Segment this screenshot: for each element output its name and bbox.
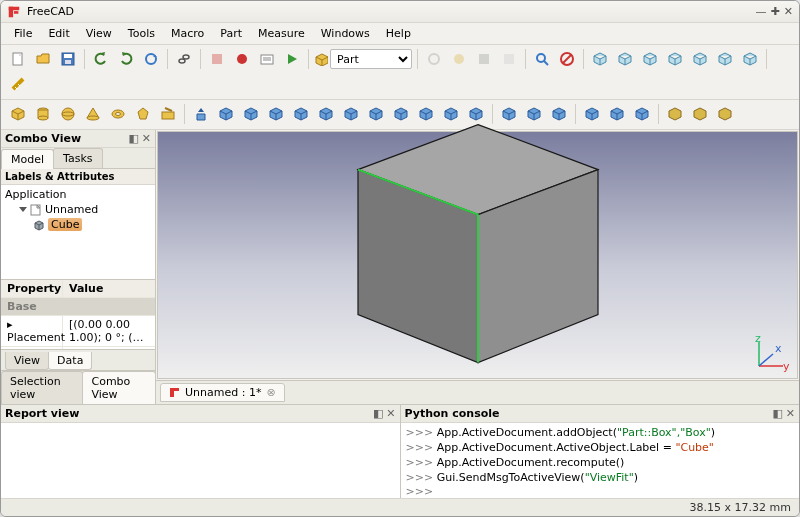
menu-tools[interactable]: Tools — [121, 25, 162, 42]
zoom-fit-button[interactable] — [531, 48, 553, 70]
tree-root[interactable]: Application — [3, 187, 153, 202]
expand-icon[interactable] — [19, 207, 27, 212]
close-button[interactable]: ✕ — [784, 5, 793, 18]
nav3-button[interactable] — [498, 48, 520, 70]
top-view-button[interactable] — [639, 48, 661, 70]
cube-icon — [33, 219, 45, 231]
prop-row[interactable]: ▸ Placement[(0.00 0.00 1.00); 0 °; (… — [1, 316, 155, 347]
document-icon — [30, 204, 42, 216]
block-button[interactable] — [556, 48, 578, 70]
open-button[interactable] — [32, 48, 54, 70]
svg-point-15 — [429, 54, 439, 64]
refresh-button[interactable] — [140, 48, 162, 70]
tree-document[interactable]: Unnamed — [17, 202, 153, 217]
panel-close-button[interactable]: ✕ — [786, 407, 795, 420]
builder-button[interactable] — [157, 103, 179, 125]
svg-point-28 — [62, 108, 74, 120]
extrude-button[interactable] — [190, 103, 212, 125]
report-view-body[interactable] — [1, 423, 400, 498]
attach-button[interactable] — [714, 103, 736, 125]
measure-button[interactable] — [7, 73, 29, 95]
menu-macro[interactable]: Macro — [164, 25, 211, 42]
maximize-button[interactable]: ✚ — [771, 5, 780, 18]
app-window: FreeCAD — ✚ ✕ FileEditViewToolsMacroPart… — [0, 0, 800, 517]
svg-point-11 — [237, 54, 247, 64]
menu-windows[interactable]: Windows — [314, 25, 377, 42]
sphere-button[interactable] — [57, 103, 79, 125]
nav1-button[interactable] — [448, 48, 470, 70]
panel-float-button[interactable]: ◧ — [373, 407, 383, 420]
sidebar: Combo View ◧✕ ModelTasks Labels & Attrib… — [1, 130, 156, 404]
tab-view[interactable]: View — [5, 352, 49, 370]
svg-line-22 — [563, 55, 571, 63]
tab-close-button[interactable]: ⊗ — [266, 386, 275, 399]
play-macro-button[interactable] — [281, 48, 303, 70]
menu-part[interactable]: Part — [213, 25, 249, 42]
tab-model[interactable]: Model — [1, 149, 54, 169]
menu-measure[interactable]: Measure — [251, 25, 312, 42]
fillet-button[interactable] — [265, 103, 287, 125]
prop-header-value: Value — [63, 280, 155, 297]
svg-point-16 — [454, 54, 464, 64]
model-tree[interactable]: Application Unnamed Cube — [1, 185, 155, 280]
iso-view-button[interactable] — [589, 48, 611, 70]
menu-edit[interactable]: Edit — [41, 25, 76, 42]
panel-close-button[interactable]: ✕ — [142, 132, 151, 145]
axis-indicator-icon[interactable]: z y x — [753, 334, 791, 372]
prop-header-property: Property — [1, 280, 63, 297]
prism-button[interactable] — [132, 103, 154, 125]
tree-object-cube[interactable]: Cube — [31, 217, 153, 232]
new-button[interactable] — [7, 48, 29, 70]
svg-text:y: y — [783, 360, 790, 372]
svg-text:z: z — [755, 334, 761, 345]
back-view-button[interactable] — [689, 48, 711, 70]
cone-button[interactable] — [82, 103, 104, 125]
tab-combo-view[interactable]: Combo View — [82, 371, 156, 404]
left-view-button[interactable] — [739, 48, 761, 70]
tab-tasks[interactable]: Tasks — [53, 148, 102, 168]
titlebar: FreeCAD — ✚ ✕ — [1, 1, 799, 23]
torus-button[interactable] — [107, 103, 129, 125]
svg-point-32 — [116, 113, 121, 116]
menubar: FileEditViewToolsMacroPartMeasureWindows… — [1, 23, 799, 45]
bottom-view-button[interactable] — [714, 48, 736, 70]
stop-macro-button[interactable] — [206, 48, 228, 70]
check-button[interactable] — [664, 103, 686, 125]
right-view-button[interactable] — [664, 48, 686, 70]
tab-data[interactable]: Data — [48, 352, 92, 370]
document-tab[interactable]: Unnamed : 1* ⊗ — [160, 383, 285, 402]
menu-file[interactable]: File — [7, 25, 39, 42]
python-console-body[interactable]: >>> App.ActiveDocument.addObject("Part::… — [401, 423, 800, 498]
panel-close-button[interactable]: ✕ — [386, 407, 395, 420]
menu-view[interactable]: View — [79, 25, 119, 42]
workbench-selector[interactable]: Part — [330, 49, 412, 69]
workbench-icon — [314, 52, 328, 66]
3d-viewport[interactable]: z y x — [157, 131, 798, 379]
cube-button[interactable] — [7, 103, 29, 125]
mirror-button[interactable] — [240, 103, 262, 125]
revolve-button[interactable] — [215, 103, 237, 125]
panel-float-button[interactable]: ◧ — [772, 407, 782, 420]
save-button[interactable] — [57, 48, 79, 70]
nav2-button[interactable] — [473, 48, 495, 70]
redo-button[interactable] — [115, 48, 137, 70]
link-button[interactable] — [173, 48, 195, 70]
report-view-panel: Report view ◧✕ — [1, 405, 401, 498]
menu-help[interactable]: Help — [379, 25, 418, 42]
undo-button[interactable] — [90, 48, 112, 70]
toolbar-row-1: Part — [1, 45, 799, 100]
front-view-button[interactable] — [614, 48, 636, 70]
tab-selection-view[interactable]: Selection view — [1, 371, 83, 404]
panel-float-button[interactable]: ◧ — [128, 132, 138, 145]
chamfer-button[interactable] — [290, 103, 312, 125]
property-table[interactable]: PropertyValueBase▸ Placement[(0.00 0.00 … — [1, 280, 155, 349]
svg-rect-18 — [504, 54, 514, 64]
redo2-button[interactable] — [423, 48, 445, 70]
cylinder-button[interactable] — [32, 103, 54, 125]
bool3-button[interactable] — [631, 103, 653, 125]
defeature-button[interactable] — [689, 103, 711, 125]
record-macro-button[interactable] — [231, 48, 253, 70]
report-view-title: Report view — [5, 407, 79, 420]
minimize-button[interactable]: — — [756, 5, 767, 18]
macros-button[interactable] — [256, 48, 278, 70]
